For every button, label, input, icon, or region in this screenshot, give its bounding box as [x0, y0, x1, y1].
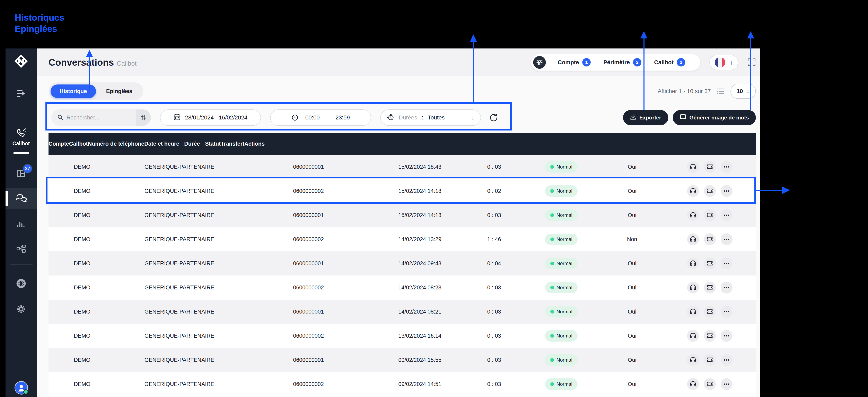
table-column-header[interactable]: Callbot: [69, 141, 88, 147]
listen-button[interactable]: [687, 282, 699, 294]
cell-transfer: Oui: [600, 357, 664, 363]
language-selector[interactable]: ↓: [709, 55, 738, 70]
more-options-button[interactable]: •••: [721, 161, 733, 173]
transcript-button[interactable]: [704, 258, 716, 269]
column-label: Numéro de téléphone: [88, 141, 144, 147]
table-column-header[interactable]: Compte: [49, 141, 69, 147]
transcript-button[interactable]: [704, 233, 716, 245]
table-row[interactable]: DEMO GENERIQUE-PARTENAIRE 0600000001 15/…: [49, 203, 756, 227]
listen-button[interactable]: [687, 306, 699, 318]
cell-datetime: 15/02/2024 18:43: [374, 164, 466, 170]
status-badge: Normal: [545, 234, 578, 245]
cell-compte: DEMO: [49, 309, 116, 315]
page-title-text: Conversations: [49, 57, 114, 68]
table-row[interactable]: DEMO GENERIQUE-PARTENAIRE 0600000002 09/…: [49, 372, 756, 396]
ellipsis-icon: •••: [724, 357, 730, 363]
more-options-button[interactable]: •••: [721, 378, 733, 390]
column-label: Transfert: [221, 141, 245, 147]
tab-epinglees[interactable]: Epinglées: [97, 85, 142, 98]
listen-button[interactable]: [687, 233, 699, 245]
status-dot-icon: [550, 165, 554, 169]
transcript-button[interactable]: [704, 306, 716, 318]
listen-button[interactable]: [687, 330, 699, 342]
more-options-button[interactable]: •••: [721, 306, 733, 318]
listen-button[interactable]: [687, 161, 699, 173]
table-row[interactable]: DEMO GENERIQUE-PARTENAIRE 0600000002 14/…: [49, 227, 756, 252]
table-column-header[interactable]: Statut: [205, 141, 221, 147]
durations-separator: :: [422, 114, 423, 121]
more-options-button[interactable]: •••: [721, 233, 733, 245]
more-options-button[interactable]: •••: [721, 354, 733, 366]
table-column-header[interactable]: Actions: [244, 141, 265, 147]
more-options-button[interactable]: •••: [721, 209, 733, 221]
cell-duration: 0 : 03: [466, 309, 522, 315]
cell-duration: 0 : 03: [466, 285, 522, 291]
more-options-button[interactable]: •••: [721, 185, 733, 197]
export-button[interactable]: Exporter: [623, 110, 668, 125]
listen-button[interactable]: [687, 185, 699, 197]
table-row[interactable]: DEMO GENERIQUE-PARTENAIRE 0600000001 14/…: [49, 300, 756, 324]
transcript-button[interactable]: [704, 354, 716, 366]
refresh-icon[interactable]: [489, 113, 498, 122]
time-start-value: 00:00: [305, 114, 320, 121]
sidebar-item-flows[interactable]: [15, 242, 27, 255]
cell-transfer: Oui: [600, 309, 664, 315]
headphones-icon: [690, 212, 696, 219]
table-column-header[interactable]: Transfert: [221, 141, 245, 147]
scope-filter-item[interactable]: Compte 1: [552, 58, 597, 66]
sort-indicator-icon: ↓: [182, 141, 184, 147]
search-input[interactable]: Rechercher...: [51, 109, 151, 126]
transcript-button[interactable]: [704, 282, 716, 294]
sidebar-section-label: Callbot: [5, 140, 37, 146]
list-icon[interactable]: [717, 88, 725, 95]
sidebar-collapse-button[interactable]: [15, 87, 27, 100]
wordcloud-button[interactable]: Générer nuage de mots: [673, 110, 756, 125]
listen-button[interactable]: [687, 258, 699, 269]
transcript-button[interactable]: [704, 209, 716, 221]
sidebar-item-settings[interactable]: [15, 303, 27, 315]
transcript-button[interactable]: [704, 378, 716, 390]
table-row[interactable]: DEMO GENERIQUE-PARTENAIRE 0600000001 09/…: [49, 348, 756, 372]
sidebar-item-conversations[interactable]: [15, 192, 27, 204]
sidebar-item-callbot[interactable]: [15, 127, 27, 140]
time-range-picker[interactable]: 00:00 - 23:59: [270, 109, 371, 126]
table-row[interactable]: DEMO GENERIQUE-PARTENAIRE 0600000001 14/…: [49, 252, 756, 275]
date-range-picker[interactable]: 28/01/2024 - 16/02/2024: [160, 109, 261, 126]
more-options-button[interactable]: •••: [721, 258, 733, 269]
column-label: Callbot: [69, 141, 88, 147]
advanced-filters-button[interactable]: [136, 109, 151, 126]
transcript-button[interactable]: [704, 330, 716, 342]
status-label: Normal: [557, 188, 572, 194]
durations-select[interactable]: Durées : Toutes ↓: [380, 109, 481, 126]
listen-button[interactable]: [687, 378, 699, 390]
listen-button[interactable]: [687, 209, 699, 221]
table-row[interactable]: DEMO GENERIQUE-PARTENAIRE 0600000002 14/…: [49, 275, 756, 300]
headphones-icon: [690, 333, 696, 339]
filter-sliders-icon[interactable]: [533, 56, 546, 69]
cell-duration: 0 : 03: [466, 333, 522, 339]
durations-label: Durées: [399, 114, 417, 121]
table-row[interactable]: DEMO GENERIQUE-PARTENAIRE 0600000002 13/…: [49, 324, 756, 348]
table-column-header[interactable]: Date et heure ↓: [144, 141, 184, 147]
ellipsis-icon: •••: [724, 212, 730, 218]
user-avatar[interactable]: [14, 381, 28, 395]
listen-button[interactable]: [687, 354, 699, 366]
durations-value: Toutes: [428, 114, 445, 121]
more-options-button[interactable]: •••: [721, 282, 733, 294]
chevron-down-icon: ↓: [471, 114, 474, 121]
transcript-button[interactable]: [704, 161, 716, 173]
status-badge: Normal: [545, 161, 578, 173]
sidebar-item-monitoring[interactable]: [15, 277, 27, 290]
scope-filter-item[interactable]: Callbot 2: [648, 58, 691, 66]
table-column-header[interactable]: Numéro de téléphone: [88, 141, 144, 147]
more-options-button[interactable]: •••: [721, 330, 733, 342]
table-row[interactable]: DEMO GENERIQUE-PARTENAIRE 0600000002 15/…: [49, 179, 756, 203]
table-column-header[interactable]: Durée –: [184, 141, 205, 147]
scope-filter-item[interactable]: Périmètre 2: [597, 58, 648, 66]
table-row[interactable]: DEMO GENERIQUE-PARTENAIRE 0600000001 15/…: [49, 155, 756, 179]
status-label: Normal: [557, 285, 572, 291]
transcript-button[interactable]: [704, 185, 716, 197]
cell-phone: 0600000001: [243, 309, 374, 315]
sidebar-item-statistics[interactable]: [15, 218, 27, 230]
cell-datetime: 13/02/2024 16:14: [374, 333, 466, 339]
